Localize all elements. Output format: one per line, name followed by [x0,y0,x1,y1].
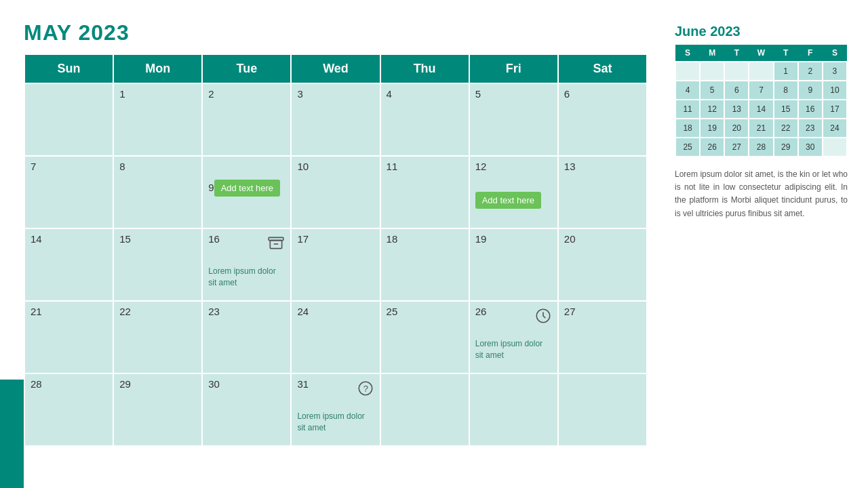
mini-calendar: SMTWTFS 12345678910111213141516171819202… [675,45,848,157]
bottom-decor [631,380,868,488]
mini-week-row: 45678910 [675,81,847,100]
archive-icon [267,235,285,252]
mini-calendar-cell [700,62,724,81]
col-sat: Sat [558,54,647,83]
mini-calendar-cell: 21 [749,119,773,138]
add-text-button[interactable]: Add text here [475,192,541,209]
cell-date-number: 17 [297,233,309,245]
calendar-cell: 27 [558,301,647,373]
cell-lorem-text: Lorem ipsum dolor sit amet [297,411,374,434]
calendar-week-row: 141516 Lorem ipsum dolor sit amet1718192… [24,228,647,301]
mini-col-6: S [823,45,847,62]
mini-calendar-cell: 27 [724,138,749,157]
mini-calendar-body: 1234567891011121314151617181920212223242… [675,62,847,157]
calendar-cell: 19 [469,228,558,301]
decor-inner [631,380,642,488]
mini-col-1: M [700,45,724,62]
calendar-cell: 22 [113,301,202,373]
mini-calendar-cell: 5 [700,81,724,100]
calendar-cell: 2 [202,83,291,156]
cell-date-number: 6 [564,88,570,100]
lorem-text: Lorem ipsum dolor sit amet, is the kin o… [675,168,848,220]
calendar-week-row: 789Add text here101112Add text here13 [24,156,647,228]
svg-text:?: ? [363,384,368,394]
mini-calendar-cell: 20 [724,119,749,138]
calendar-cell: 18 [380,228,469,301]
cell-date-number: 21 [31,306,42,317]
mini-calendar-cell: 6 [724,81,749,100]
left-stripe [0,380,24,488]
calendar-cell: 8 [113,156,202,228]
calendar-cell: 15 [113,228,202,301]
mini-calendar-cell: 29 [774,138,798,157]
calendar-header: Sun Mon Tue Wed Thu Fri Sat [24,54,647,83]
mini-calendar-cell: 11 [675,100,700,119]
mini-calendar-cell: 4 [675,81,700,100]
decor-row-top [631,380,642,432]
col-sun: Sun [24,54,113,83]
mini-calendar-title: June 2023 [675,24,848,39]
mini-calendar-cell: 22 [774,119,798,138]
mini-week-row: 123 [675,62,847,81]
calendar-grid: Sun Mon Tue Wed Thu Fri Sat 123456789Add… [24,54,648,447]
mini-calendar-cell: 18 [675,119,700,138]
add-text-button[interactable]: Add text here [214,180,280,197]
calendar-cell: 7 [24,156,113,228]
calendar-section: MAY 2023 Sun Mon Tue Wed Thu Fri Sat 123… [24,20,648,447]
cell-date-number: 9 [208,182,214,193]
calendar-cell: 30 [202,373,291,446]
mini-week-row: 252627282930 [675,138,847,157]
calendar-cell: 5 [469,83,558,156]
cell-date-number: 10 [297,161,309,172]
mini-col-0: S [675,45,700,62]
mini-calendar-cell [823,138,847,157]
mini-calendar-cell: 25 [675,138,700,157]
calendar-cell: 12Add text here [469,156,558,228]
calendar-cell: 28 [24,373,113,446]
calendar-cell: 11 [380,156,469,228]
calendar-body: 123456789Add text here101112Add text her… [24,83,647,446]
mini-week-row: 18192021222324 [675,119,847,138]
mini-col-2: T [724,45,749,62]
mini-day-row: SMTWTFS [675,45,847,62]
mini-calendar-cell: 28 [749,138,773,157]
calendar-title: MAY 2023 [24,20,648,45]
cell-date-number: 12 [475,161,487,172]
calendar-cell: 3 [291,83,380,156]
mini-calendar-cell: 9 [798,81,823,100]
mini-calendar-cell: 16 [798,100,823,119]
col-tue: Tue [202,54,291,83]
calendar-week-row: 28293031 ? Lorem ipsum dolor sit amet [24,373,647,446]
mini-calendar-cell: 12 [700,100,724,119]
calendar-cell [469,373,558,446]
calendar-cell: 14 [24,228,113,301]
mini-calendar-section: June 2023 SMTWTFS 1234567891011121314151… [675,24,848,157]
mini-calendar-cell: 2 [798,62,823,81]
calendar-cell: 16 Lorem ipsum dolor sit amet [202,228,291,301]
mini-calendar-cell: 19 [700,119,724,138]
mini-calendar-cell: 10 [823,81,847,100]
mini-calendar-cell: 7 [749,81,773,100]
calendar-cell: 10 [291,156,380,228]
calendar-cell: 26 Lorem ipsum dolor sit amet [469,301,558,373]
mini-calendar-cell: 3 [823,62,847,81]
col-fri: Fri [469,54,558,83]
cell-date-number: 1 [119,88,125,100]
cell-date-number: 14 [31,233,42,245]
cell-date-number: 8 [119,161,125,172]
calendar-cell: 21 [24,301,113,373]
calendar-week-row: 123456 [24,83,647,156]
mini-calendar-cell: 8 [774,81,798,100]
decor-row-bottom [631,435,642,488]
calendar-cell: 6 [558,83,647,156]
cell-date-number: 4 [387,88,392,100]
cell-date-number: 16 [208,233,220,245]
cell-date-number: 28 [31,378,42,390]
cell-date-number: 13 [564,161,576,172]
mini-calendar-cell: 15 [774,100,798,119]
cell-date-number: 31 [297,378,309,390]
cell-date-number: 15 [119,233,131,245]
calendar-week-row: 212223242526 Lorem ipsum dolor sit amet2… [24,301,647,373]
question-icon: ? [357,380,374,397]
mini-calendar-cell [724,62,749,81]
